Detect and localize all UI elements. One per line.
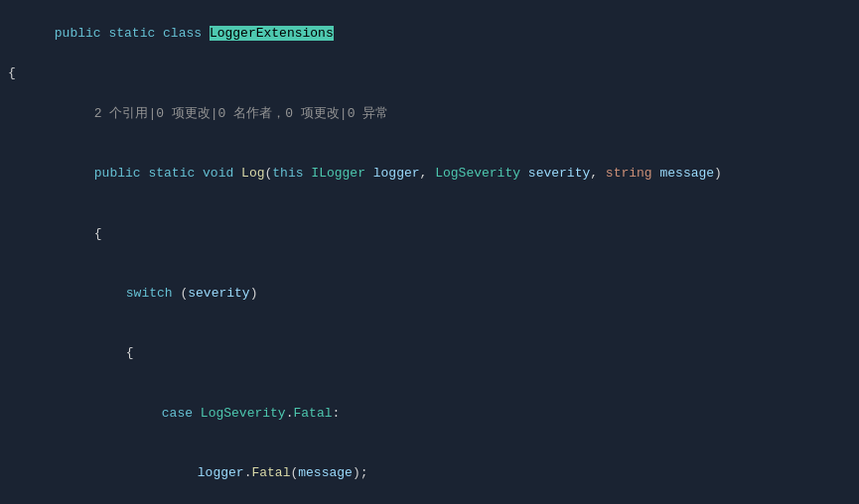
keyword-static: static <box>108 26 155 41</box>
line-method-signature: public static void Log(this ILogger logg… <box>0 144 859 203</box>
type-ilogger: ILogger <box>311 166 365 181</box>
keyword-switch: switch <box>126 286 173 301</box>
enum-fatal-val: Fatal <box>293 406 332 421</box>
keyword-static2: static <box>148 166 195 181</box>
keyword-public2: public <box>94 166 141 181</box>
line-open-brace-3: { <box>0 323 859 383</box>
keyword-void: void <box>203 166 233 181</box>
arg-message-1: message <box>298 465 353 480</box>
line-case-fatal: case LogSeverity.Fatal: <box>0 384 859 443</box>
param-message: message <box>659 166 714 181</box>
line-class-declaration: public static class LoggerExtensions <box>0 4 859 63</box>
type-logseverity: LogSeverity <box>435 166 520 181</box>
line-call-fatal: logger.Fatal(message); <box>0 443 859 503</box>
keyword-case-1: case <box>162 406 193 421</box>
param-logger: logger <box>373 166 420 181</box>
line-switch: switch (severity) <box>0 264 859 323</box>
obj-logger-1: logger <box>198 465 244 480</box>
line-open-brace-2: { <box>0 203 859 263</box>
code-editor: public static class LoggerExtensions { 2… <box>0 0 859 504</box>
switch-param: severity <box>188 286 249 301</box>
method-fatal: Fatal <box>251 465 290 480</box>
param-severity: severity <box>528 166 590 181</box>
keyword-this: this <box>272 166 303 181</box>
type-string: string <box>606 166 652 181</box>
line-comment: 2 个引用|0 项更改|0 名作者，0 项更改|0 异常 <box>0 84 859 144</box>
method-name: Log <box>241 166 264 181</box>
keyword-public: public <box>55 26 101 41</box>
refs-comment: 2 个引用|0 项更改|0 名作者，0 项更改|0 异常 <box>94 106 388 121</box>
enum-fatal: LogSeverity <box>201 406 286 421</box>
line-open-brace-1: { <box>0 63 859 83</box>
keyword-class: class <box>163 26 202 41</box>
class-name-highlight: LoggerExtensions <box>210 26 334 41</box>
